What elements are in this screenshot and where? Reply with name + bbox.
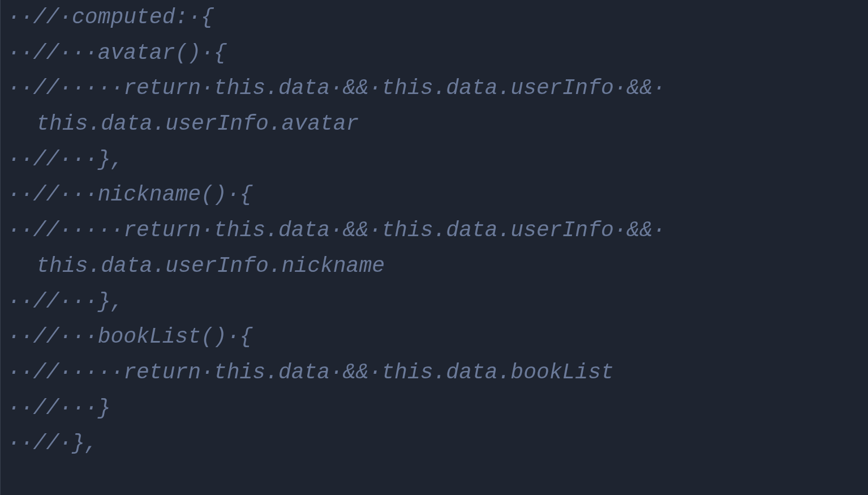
code-line[interactable]: ··//···},	[7, 284, 868, 320]
code-line[interactable]: ··//·····return·this.data·&&·this.data.b…	[7, 355, 868, 391]
code-line[interactable]: ··//·····return·this.data·&&·this.data.u…	[7, 71, 868, 106]
comment-text: ··//·computed:·{	[7, 5, 214, 29]
code-line[interactable]: ··//·computed:·{	[7, 0, 868, 36]
comment-text: ··//·····return·this.data·&&·this.data.u…	[7, 218, 665, 242]
comment-text: ··//···}	[7, 396, 110, 420]
comment-text: this.data.userInfo.avatar	[36, 112, 359, 136]
comment-text: this.data.userInfo.nickname	[36, 254, 385, 278]
comment-text: ··//·},	[7, 431, 98, 455]
code-line[interactable]: ··//···nickname()·{	[7, 177, 868, 213]
code-line[interactable]: ··//···},	[7, 142, 868, 178]
code-line[interactable]: ··//·},	[7, 426, 868, 462]
code-line-wrap[interactable]: this.data.userInfo.nickname	[7, 249, 868, 284]
comment-text: ··//···avatar()·{	[7, 41, 227, 65]
code-line[interactable]: ··//···bookList()·{	[7, 319, 868, 355]
comment-text: ··//···bookList()·{	[7, 325, 252, 349]
code-line[interactable]: ··//·····return·this.data·&&·this.data.u…	[7, 213, 868, 249]
comment-text: ··//···nickname()·{	[7, 182, 252, 207]
code-editor[interactable]: ··//·computed:·{ ··//···avatar()·{ ··//·…	[0, 0, 868, 495]
comment-text: ··//···},	[7, 147, 123, 172]
comment-text: ··//···},	[7, 289, 123, 314]
comment-text: ··//·····return·this.data·&&·this.data.u…	[7, 76, 665, 100]
comment-text: ··//·····return·this.data·&&·this.data.b…	[7, 360, 614, 385]
code-line[interactable]: ··//···}	[7, 391, 868, 426]
code-line-wrap[interactable]: this.data.userInfo.avatar	[7, 106, 868, 142]
code-line[interactable]: ··//···avatar()·{	[7, 36, 868, 71]
